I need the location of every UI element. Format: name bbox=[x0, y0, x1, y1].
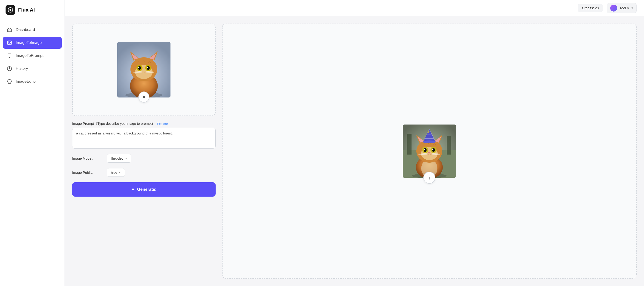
image-editor-icon bbox=[6, 79, 12, 85]
generate-button[interactable]: ✦ Generate: bbox=[72, 182, 216, 197]
sidebar-item-image-to-image[interactable]: ImageToImage bbox=[3, 37, 62, 49]
left-panel: ✕ Image Prompt（Type describe you image t… bbox=[72, 23, 216, 279]
chevron-down-icon: ▾ bbox=[632, 6, 633, 10]
model-select[interactable]: flux-dev ▾ bbox=[107, 154, 131, 163]
svg-point-51 bbox=[432, 148, 435, 152]
source-cat-image bbox=[117, 42, 170, 98]
svg-rect-31 bbox=[407, 134, 412, 154]
explore-link[interactable]: Explore bbox=[157, 122, 168, 126]
svg-point-52 bbox=[424, 149, 425, 150]
prompt-field-group: Image Prompt（Type describe you image to … bbox=[72, 122, 216, 148]
home-icon bbox=[6, 27, 12, 33]
public-field: Image Public: true ▾ bbox=[72, 168, 216, 177]
sidebar-item-history[interactable]: History bbox=[3, 63, 62, 75]
credits-badge: Credits: 28 bbox=[578, 4, 603, 12]
image-icon bbox=[6, 40, 12, 46]
topbar: Credits: 28 Tool V ▾ bbox=[65, 0, 644, 16]
sidebar-item-image-to-prompt[interactable]: ImageToPrompt bbox=[3, 50, 62, 62]
sidebar-item-image-editor-label: ImageEditor bbox=[16, 79, 37, 84]
user-name: Tool V bbox=[620, 6, 629, 10]
app-logo-icon bbox=[6, 5, 15, 15]
right-panel: ★ bbox=[222, 23, 636, 279]
svg-text:★: ★ bbox=[428, 130, 430, 134]
sidebar: Flux AI Dashboard ImageToImage bbox=[0, 0, 65, 286]
app-title: Flux AI bbox=[18, 7, 35, 13]
svg-point-3 bbox=[8, 42, 9, 42]
content-area: ✕ Image Prompt（Type describe you image t… bbox=[65, 16, 644, 286]
svg-point-22 bbox=[138, 67, 140, 68]
prompt-label: Image Prompt（Type describe you image to … bbox=[72, 122, 216, 126]
sidebar-item-image-to-prompt-label: ImageToPrompt bbox=[16, 53, 44, 58]
sidebar-nav: Dashboard ImageToImage ImageToPrompt bbox=[0, 20, 64, 91]
avatar bbox=[610, 5, 617, 11]
svg-point-53 bbox=[432, 149, 434, 150]
svg-rect-32 bbox=[447, 136, 451, 154]
image-to-prompt-icon bbox=[6, 53, 12, 59]
sidebar-item-dashboard[interactable]: Dashboard bbox=[3, 24, 62, 36]
chevron-down-icon: ▾ bbox=[119, 171, 120, 174]
model-value: flux-dev bbox=[111, 156, 124, 160]
prompt-textarea[interactable]: a cat dressed as a wizard with a backgro… bbox=[72, 128, 216, 148]
download-button[interactable]: ↓ bbox=[423, 172, 435, 184]
chevron-down-icon: ▾ bbox=[126, 157, 127, 160]
svg-point-23 bbox=[147, 67, 148, 68]
sidebar-item-image-editor[interactable]: ImageEditor bbox=[3, 76, 62, 88]
main-content: Credits: 28 Tool V ▾ bbox=[65, 0, 644, 286]
remove-image-button[interactable]: ✕ bbox=[138, 92, 150, 103]
sidebar-item-image-to-image-label: ImageToImage bbox=[16, 40, 42, 45]
result-cat-image: ★ bbox=[403, 125, 456, 178]
svg-point-21 bbox=[147, 66, 150, 70]
svg-point-50 bbox=[424, 148, 426, 152]
sidebar-item-history-label: History bbox=[16, 66, 28, 71]
generate-label: Generate: bbox=[137, 187, 156, 192]
source-image-wrap: ✕ bbox=[117, 42, 170, 98]
model-field: Image Model: flux-dev ▾ bbox=[72, 154, 216, 163]
generate-icon: ✦ bbox=[131, 187, 135, 192]
result-image-wrap: ★ bbox=[403, 125, 456, 178]
history-icon bbox=[6, 66, 12, 72]
sidebar-item-dashboard-label: Dashboard bbox=[16, 27, 35, 32]
model-label: Image Model: bbox=[72, 156, 102, 160]
public-select[interactable]: true ▾ bbox=[107, 168, 125, 177]
svg-point-1 bbox=[10, 9, 11, 11]
svg-point-20 bbox=[138, 66, 141, 70]
user-badge[interactable]: Tool V ▾ bbox=[607, 3, 636, 13]
public-value: true bbox=[111, 170, 117, 174]
upload-box[interactable]: ✕ bbox=[72, 23, 216, 116]
download-icon: ↓ bbox=[428, 175, 430, 180]
close-icon: ✕ bbox=[142, 94, 146, 100]
logo-area: Flux AI bbox=[0, 0, 64, 20]
public-label: Image Public: bbox=[72, 170, 102, 174]
